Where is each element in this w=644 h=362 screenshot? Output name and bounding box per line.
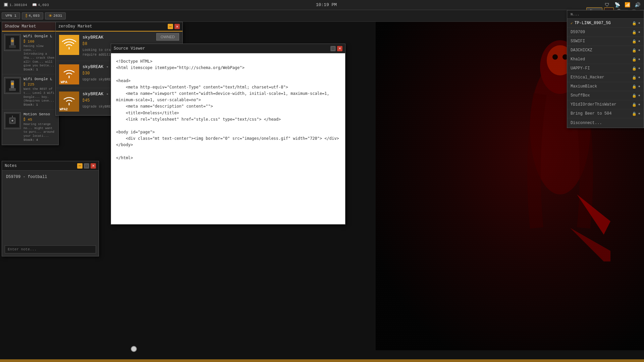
network-name: Ethical_Hacker bbox=[571, 75, 632, 80]
notes-minimize-button[interactable]: ─ bbox=[77, 163, 83, 169]
item-image-2 bbox=[4, 77, 21, 94]
notes-input-field[interactable] bbox=[5, 245, 96, 253]
notes-title: Notes bbox=[5, 164, 17, 168]
shield-amount: 2631 bbox=[53, 14, 62, 18]
source-code: <!Doctype HTML> <html itemscope itemtype… bbox=[116, 58, 340, 161]
source-viewer-titlebar: Source Viewer □ ✕ bbox=[111, 44, 345, 53]
list-item[interactable]: Motion Senso ₿ 45 Hearing strange no... … bbox=[2, 110, 58, 145]
wifi-network-item[interactable]: SnuffBox 🔒 ● bbox=[567, 91, 644, 100]
svg-point-3 bbox=[552, 54, 558, 60]
skybreak-wpa2-icon: WPA2 bbox=[59, 92, 79, 112]
zeroday-titlebar: zeroDay Market ─ ✕ bbox=[56, 22, 182, 32]
source-content-area[interactable]: <!Doctype HTML> <html itemscope itemtype… bbox=[111, 53, 345, 224]
close-button[interactable]: ✕ bbox=[174, 24, 180, 29]
item-image-3 bbox=[4, 112, 21, 129]
lock-icon: 🔒 bbox=[632, 84, 637, 89]
svg-point-15 bbox=[11, 82, 14, 85]
lock-icon: 🔒 bbox=[632, 30, 637, 35]
source-viewer-controls: □ ✕ bbox=[330, 46, 342, 51]
wifi-network-item[interactable]: MaxiumBlack 🔒 ● bbox=[567, 82, 644, 91]
signal-icon: ● bbox=[638, 66, 640, 70]
top-system-bar: 🔲 1.308104 📖 4,693 10:19 PM 🛡 📡 📶 🔊 bbox=[0, 0, 644, 10]
list-item[interactable]: Wifi Dongle L ₿ 225 Want the BEST of t..… bbox=[2, 74, 58, 110]
dongle-img-1 bbox=[6, 36, 19, 49]
notes-controls: ─ □ ✕ bbox=[77, 163, 96, 169]
item-info: Wifi Dongle L ₿ 160 Having slow conn... … bbox=[23, 34, 56, 71]
wifi-network-item[interactable]: SSWIFI 🔒 ● bbox=[567, 37, 644, 46]
btc-amount: 4,693 bbox=[29, 14, 40, 18]
signal-icon: ● bbox=[638, 48, 640, 52]
lock-icon: 🔒 bbox=[632, 48, 637, 53]
maximize-button[interactable]: □ bbox=[330, 46, 336, 51]
wifi-network-item[interactable]: Ethical_Hacker 🔒 ● bbox=[567, 73, 644, 82]
item-info-3: Motion Senso ₿ 45 Hearing strange no... … bbox=[23, 112, 56, 142]
item-image bbox=[4, 34, 21, 51]
svg-rect-10 bbox=[9, 45, 16, 48]
item-price-2: ₿ 225 bbox=[23, 82, 56, 86]
book-count: 4,693 bbox=[38, 3, 49, 7]
minimize-button[interactable]: ─ bbox=[168, 24, 173, 29]
wifi-network-item[interactable]: Khaled 🔒 ● bbox=[567, 55, 644, 64]
wifi-network-item[interactable]: Bring Beer to 504 🔒 ● bbox=[567, 109, 644, 118]
notes-window: Notes ─ □ ✕ D59709 - football bbox=[2, 161, 99, 256]
svg-point-11 bbox=[11, 40, 14, 42]
item-price-3: ₿ 45 bbox=[23, 117, 56, 122]
network-name: SSWIFI bbox=[571, 39, 632, 44]
network-name: DA3CHICKZ bbox=[571, 48, 632, 53]
disconnect-button[interactable]: Disconnect... bbox=[567, 118, 644, 128]
wifi-dropdown-header: N... bbox=[567, 10, 644, 19]
lock-icon: 🔒 bbox=[632, 103, 637, 107]
signal-icon: ● bbox=[638, 112, 640, 116]
svg-text:WPA: WPA bbox=[61, 80, 67, 84]
lock-icon: 🔒 bbox=[632, 112, 637, 116]
skybreak-icon bbox=[59, 35, 79, 55]
network-name: Bring Beer to 504 bbox=[571, 111, 632, 116]
id-display: 🔲 1.308104 bbox=[3, 2, 27, 7]
wifi-dropdown: N... ✓ TP-LINK_8907_5G 🔒 ● D59709 🔒 ● SS… bbox=[567, 10, 644, 128]
svg-text:WPA2: WPA2 bbox=[60, 108, 68, 111]
shield-stat-button[interactable]: 👁 2631 bbox=[45, 12, 66, 19]
item-price: ₿ 160 bbox=[23, 39, 56, 44]
bottom-bar bbox=[0, 359, 644, 362]
skybreak-name: skyBREAK bbox=[83, 35, 103, 40]
network-name: SnuffBox bbox=[571, 93, 632, 98]
signal-icon: ● bbox=[638, 39, 640, 43]
network-name: Khaled bbox=[571, 57, 632, 62]
btc-stat-button[interactable]: ₿ 4,693 bbox=[22, 12, 43, 19]
wifi-svg-2: WPA bbox=[59, 64, 79, 84]
notes-content: D59709 - football bbox=[5, 173, 96, 244]
signal-icon: ● bbox=[638, 21, 640, 25]
circle-indicator bbox=[131, 346, 137, 352]
list-item[interactable]: Wifi Dongle L ₿ 160 Having slow conn... … bbox=[2, 32, 58, 74]
item-stock: Stock: 1 bbox=[23, 68, 56, 71]
close-source-button[interactable]: ✕ bbox=[337, 46, 342, 51]
item-name-2: Wifi Dongle L bbox=[23, 77, 56, 81]
wifi-network-item[interactable]: DA3CHICKZ 🔒 ● bbox=[567, 46, 644, 55]
vpn-button[interactable]: VPN 1 bbox=[2, 12, 20, 19]
player-id: 1.308104 bbox=[9, 3, 27, 7]
wifi-network-item[interactable]: UAPPY-FI 🔒 ● bbox=[567, 64, 644, 73]
source-viewer-title: Source Viewer bbox=[114, 46, 145, 51]
wifi-network-item[interactable]: D59709 🔒 ● bbox=[567, 28, 644, 37]
svg-point-19 bbox=[11, 120, 13, 122]
lock-icon: 🔒 bbox=[632, 66, 637, 71]
wifi-network-item[interactable]: ✓ TP-LINK_8907_5G 🔒 ● bbox=[567, 19, 644, 28]
zeroday-title: zeroDay Market bbox=[58, 24, 92, 29]
notes-text-content: D59709 - football bbox=[6, 175, 47, 179]
notes-maximize-button[interactable]: □ bbox=[84, 163, 89, 169]
item-desc: Having slow conn... Introducing a Sha...… bbox=[23, 45, 56, 68]
eye-icon: 👁 bbox=[49, 14, 52, 18]
signal-icon: ● bbox=[638, 30, 640, 34]
book-icon: 📖 bbox=[32, 3, 37, 7]
shadow-market-title: Shadow Market bbox=[5, 24, 36, 29]
wifi-dropdown-label: N... bbox=[571, 12, 579, 16]
signal-icon: ● bbox=[638, 103, 640, 107]
network-name: TP-LINK_8907_5G bbox=[575, 21, 632, 25]
item-desc-3: Hearing strange no... might want to purc… bbox=[23, 123, 56, 138]
system-time: 10:19 PM bbox=[316, 2, 337, 7]
signal-icon: ● bbox=[638, 84, 640, 88]
zeroday-controls: ─ ✕ bbox=[168, 24, 180, 29]
top-bar-left: 🔲 1.308104 📖 4,693 bbox=[3, 2, 49, 7]
wifi-network-item[interactable]: YDidIOrderThisWater 🔒 ● bbox=[567, 100, 644, 109]
notes-close-button[interactable]: ✕ bbox=[91, 163, 96, 169]
